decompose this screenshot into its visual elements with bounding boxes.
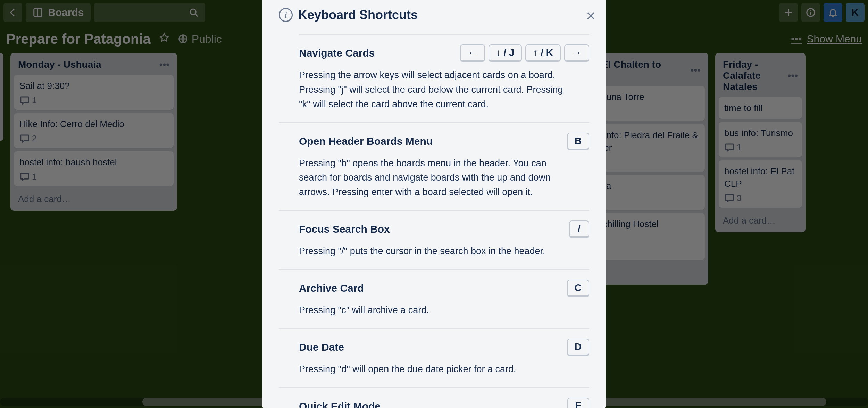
key-list: ←↓ / J↑ / K→ bbox=[460, 44, 589, 62]
keycap: C bbox=[567, 280, 589, 297]
info-circle-icon: i bbox=[279, 8, 293, 22]
shortcut-section: Navigate Cards←↓ / J↑ / K→Pressing the a… bbox=[279, 35, 589, 123]
section-description: Pressing "d" will open the due date pick… bbox=[299, 362, 573, 377]
section-header: Archive CardC bbox=[299, 280, 589, 297]
section-title: Navigate Cards bbox=[299, 47, 375, 59]
section-title: Quick Edit Mode bbox=[299, 400, 381, 408]
key-list: C bbox=[567, 280, 589, 297]
section-header: Navigate Cards←↓ / J↑ / K→ bbox=[299, 44, 589, 62]
key-list: B bbox=[567, 133, 589, 150]
section-title: Open Header Boards Menu bbox=[299, 135, 433, 147]
key-list: D bbox=[567, 339, 589, 356]
section-description: Pressing "b" opens the boards menu in th… bbox=[299, 156, 573, 200]
section-title: Due Date bbox=[299, 341, 344, 353]
key-list: / bbox=[569, 220, 589, 238]
shortcut-section: Quick Edit ModeE bbox=[279, 388, 589, 408]
keycap: B bbox=[567, 133, 589, 150]
key-list: E bbox=[567, 398, 589, 408]
section-header: Due DateD bbox=[299, 339, 589, 356]
keyboard-shortcuts-modal: i Keyboard Shortcuts × Navigate Cards←↓ … bbox=[262, 0, 606, 408]
shortcut-section: Due DateDPressing "d" will open the due … bbox=[279, 329, 589, 388]
keycap: / bbox=[569, 220, 589, 238]
keycap: ↑ / K bbox=[525, 44, 561, 62]
keycap: → bbox=[564, 44, 589, 62]
section-description: Pressing the arrow keys will select adja… bbox=[299, 68, 573, 112]
keycap: ↓ / J bbox=[489, 44, 522, 62]
close-button[interactable]: × bbox=[586, 8, 595, 24]
section-header: Open Header Boards MenuB bbox=[299, 133, 589, 150]
shortcut-section: Archive CardCPressing "c" will archive a… bbox=[279, 270, 589, 329]
shortcut-section: Focus Search Box/Pressing "/" puts the c… bbox=[279, 211, 589, 270]
modal-title: Keyboard Shortcuts bbox=[298, 8, 418, 22]
section-title: Archive Card bbox=[299, 282, 364, 294]
section-title: Focus Search Box bbox=[299, 223, 390, 235]
modal-header: i Keyboard Shortcuts bbox=[279, 0, 589, 34]
section-description: Pressing "c" will archive a card. bbox=[299, 303, 573, 318]
section-header: Quick Edit ModeE bbox=[299, 398, 589, 408]
section-header: Focus Search Box/ bbox=[299, 220, 589, 238]
section-description: Pressing "/" puts the cursor in the sear… bbox=[299, 244, 573, 259]
close-icon: × bbox=[586, 7, 595, 25]
keycap: E bbox=[567, 398, 589, 408]
keycap: D bbox=[567, 339, 589, 356]
keycap: ← bbox=[460, 44, 485, 62]
shortcut-section: Open Header Boards MenuBPressing "b" ope… bbox=[279, 123, 589, 211]
